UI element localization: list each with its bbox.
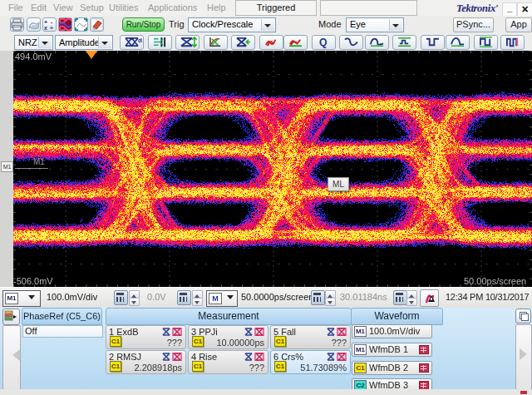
svg-text:x: x (44, 25, 47, 31)
svg-text:-: - (51, 19, 53, 25)
svg-text:Q: Q (319, 37, 327, 48)
svg-text:dB: dB (138, 37, 142, 43)
svg-text:÷: ÷ (50, 25, 53, 31)
svg-text:+: + (44, 19, 47, 25)
